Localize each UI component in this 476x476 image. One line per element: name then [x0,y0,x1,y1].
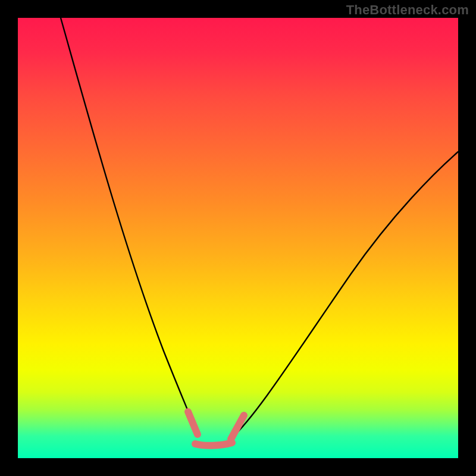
curve-right-branch [232,152,458,437]
valley-floor-marker [195,443,232,446]
left-valley-marker [188,412,198,434]
curve-left-branch [61,18,196,431]
chart-frame: TheBottleneck.com [0,0,476,476]
plot-area [18,18,458,458]
watermark-text: TheBottleneck.com [346,2,469,18]
bottleneck-curve-svg [18,18,458,458]
